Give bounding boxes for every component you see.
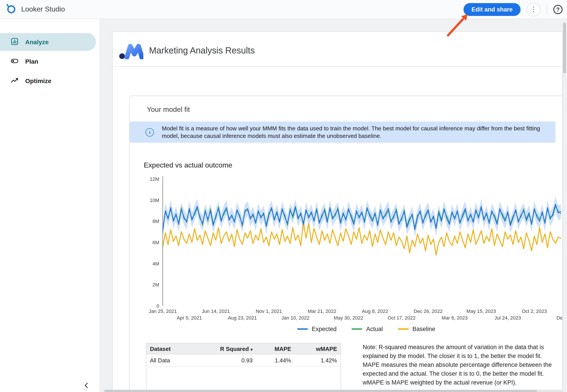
looker-studio-logo-icon [5,3,16,16]
svg-text:Mar 21, 2022: Mar 21, 2022 [308,308,336,314]
topbar-actions: Edit and share ⋮ ? [464,2,567,16]
section-title: Expected vs actual outcome [144,162,563,169]
cell-r-squared: 0.93 [192,354,256,366]
chart-legend: Expected Actual Baseline [143,326,563,332]
legend-item-actual: Actual [352,326,383,332]
svg-text:Dec 26, 2022: Dec 26, 2022 [414,308,443,314]
chevron-left-icon [84,382,89,389]
report-canvas: Marketing Analysis Results Your model fi… [112,31,563,392]
brand: Looker Studio [0,3,65,16]
metrics-note: Note: R-squared measures the amount of v… [363,343,554,392]
svg-text:12M: 12M [150,176,159,182]
svg-text:Oct 2, 2023: Oct 2, 2023 [522,308,547,314]
sidebar-item-analyze[interactable]: Analyze [0,33,96,51]
results-row: Dataset R Squared▾ MAPE wMAPE All Data [146,343,563,392]
sidebar-item-plan[interactable]: Plan [0,53,96,70]
content-area: Marketing Analysis Results Your model fi… [100,19,567,392]
sidebar: Analyze Plan Optimize [0,19,100,392]
svg-text:Jan 10, 2022: Jan 10, 2022 [281,315,309,321]
svg-text:Dec: Dec [556,315,563,321]
svg-text:8M: 8M [152,219,159,224]
edit-and-share-button[interactable]: Edit and share [464,3,521,16]
help-icon: ? [556,6,560,13]
svg-text:Aug 8, 2022: Aug 8, 2022 [362,308,388,314]
svg-text:May 30, 2022: May 30, 2022 [334,315,363,321]
svg-text:Nov 1, 2021: Nov 1, 2021 [256,308,282,314]
expected-vs-actual-chart[interactable]: 02M4M6M8M10M12MJan 25, 2021Apr 5, 2021Ju… [143,175,563,323]
svg-text:Jun 14, 2021: Jun 14, 2021 [202,308,230,314]
looker-studio-window: Looker Studio Edit and share ⋮ ? [0,0,567,392]
sidebar-item-label: Optimize [25,77,51,84]
sidebar-item-optimize[interactable]: Optimize [0,72,96,90]
model-fit-table: Dataset R Squared▾ MAPE wMAPE All Data [146,343,341,392]
meridian-logo-icon [119,40,143,61]
baseline-line-swatch [398,328,408,330]
more-options-button[interactable]: ⋮ [527,2,540,16]
svg-text:Jan 25, 2021: Jan 25, 2021 [149,308,177,314]
cell-wmape: 1.42% [295,354,341,366]
kebab-icon: ⋮ [530,5,537,13]
svg-text:4M: 4M [152,261,159,266]
app-title: Looker Studio [21,5,65,13]
legend-item-expected: Expected [297,326,336,332]
svg-text:Jul 24, 2023: Jul 24, 2023 [494,315,521,321]
sidebar-item-label: Analyze [25,39,49,45]
svg-text:Mar 6, 2023: Mar 6, 2023 [442,315,467,321]
report-title: Marketing Analysis Results [149,45,255,56]
svg-text:6M: 6M [152,240,159,245]
cell-dataset: All Data [146,354,192,366]
topbar-divider [547,4,547,14]
top-app-bar: Looker Studio Edit and share ⋮ ? [0,0,567,19]
col-header-dataset[interactable]: Dataset [146,343,192,354]
svg-text:Apr 5, 2021: Apr 5, 2021 [177,315,202,321]
analyze-chart-icon [11,37,19,47]
report-header: Marketing Analysis Results [113,32,562,61]
svg-text:Aug 23, 2021: Aug 23, 2021 [228,315,257,321]
info-icon: i [145,128,154,136]
cell-mape: 1.44% [256,354,294,366]
svg-text:0: 0 [157,303,159,309]
table-row: All Data 0.93 1.44% 1.42% [146,354,341,366]
info-banner-text: Model fit is a measure of how well your … [162,125,551,140]
svg-text:2M: 2M [152,282,159,287]
outcome-chart-svg: 02M4M6M8M10M12MJan 25, 2021Apr 5, 2021Ju… [143,175,563,323]
info-banner: i Model fit is a measure of how well you… [130,122,555,143]
horizontal-scrollbar-thumb[interactable] [104,390,537,392]
svg-text:Oct 17, 2022: Oct 17, 2022 [388,315,416,321]
col-header-r-squared[interactable]: R Squared▾ [192,343,256,354]
svg-text:10M: 10M [150,197,159,203]
vertical-scrollbar-thumb[interactable] [563,23,566,73]
expected-line-swatch [297,328,308,330]
table-empty-area [146,366,341,392]
sidebar-item-label: Plan [25,58,38,65]
card-title: Your model fit [147,106,563,113]
sidebar-collapse-button[interactable] [82,381,91,390]
horizontal-scrollbar[interactable] [103,390,564,392]
help-button[interactable]: ? [553,5,563,14]
col-header-wmape[interactable]: wMAPE [295,343,341,354]
model-fit-card: Your model fit i Model fit is a measure … [129,96,563,392]
actual-line-swatch [352,328,362,330]
svg-text:May 15, 2023: May 15, 2023 [466,308,496,314]
col-header-mape[interactable]: MAPE [256,343,294,354]
header-divider [113,66,562,67]
optimize-trending-up-icon [11,76,19,85]
plan-toggle-icon [11,57,19,66]
legend-item-baseline: Baseline [398,326,436,332]
sort-descending-icon: ▾ [250,347,253,351]
